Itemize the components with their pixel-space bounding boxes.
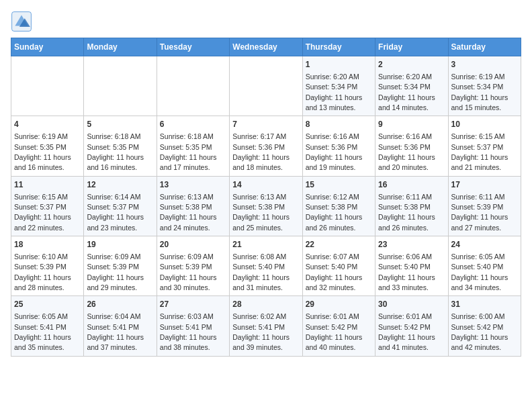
day-info: Sunrise: 6:10 AM Sunset: 5:39 PM Dayligh… xyxy=(14,253,71,291)
day-number: 31 xyxy=(451,299,518,310)
day-info: Sunrise: 6:05 AM Sunset: 5:41 PM Dayligh… xyxy=(14,312,71,351)
calendar-cell: 31Sunrise: 6:00 AM Sunset: 5:42 PM Dayli… xyxy=(448,296,521,356)
calendar-cell: 2Sunrise: 6:20 AM Sunset: 5:34 PM Daylig… xyxy=(375,56,448,116)
day-info: Sunrise: 6:06 AM Sunset: 5:40 PM Dayligh… xyxy=(378,253,435,291)
day-number: 12 xyxy=(87,179,153,191)
day-info: Sunrise: 6:04 AM Sunset: 5:41 PM Dayligh… xyxy=(87,312,144,351)
calendar-cell: 17Sunrise: 6:11 AM Sunset: 5:39 PM Dayli… xyxy=(448,176,521,236)
calendar-table: SundayMondayTuesdayWednesdayThursdayFrid… xyxy=(11,38,521,357)
day-number: 16 xyxy=(378,179,445,191)
weekday-header: Tuesday xyxy=(157,38,229,56)
day-info: Sunrise: 6:15 AM Sunset: 5:37 PM Dayligh… xyxy=(14,193,71,232)
day-info: Sunrise: 6:09 AM Sunset: 5:39 PM Dayligh… xyxy=(87,253,144,291)
calendar-cell: 7Sunrise: 6:17 AM Sunset: 5:36 PM Daylig… xyxy=(230,116,302,176)
day-number: 6 xyxy=(160,119,226,130)
day-info: Sunrise: 6:20 AM Sunset: 5:34 PM Dayligh… xyxy=(378,73,435,111)
calendar-cell: 10Sunrise: 6:15 AM Sunset: 5:37 PM Dayli… xyxy=(448,116,521,176)
calendar-cell xyxy=(157,56,229,116)
calendar-cell: 14Sunrise: 6:13 AM Sunset: 5:38 PM Dayli… xyxy=(230,176,302,236)
day-info: Sunrise: 6:01 AM Sunset: 5:42 PM Dayligh… xyxy=(306,312,363,351)
day-number: 20 xyxy=(160,239,226,250)
calendar-header: SundayMondayTuesdayWednesdayThursdayFrid… xyxy=(11,38,521,56)
day-info: Sunrise: 6:01 AM Sunset: 5:42 PM Dayligh… xyxy=(378,312,435,351)
day-number: 17 xyxy=(451,179,518,191)
calendar-cell: 19Sunrise: 6:09 AM Sunset: 5:39 PM Dayli… xyxy=(84,236,157,296)
calendar-cell: 6Sunrise: 6:18 AM Sunset: 5:35 PM Daylig… xyxy=(157,116,229,176)
calendar-cell: 9Sunrise: 6:16 AM Sunset: 5:36 PM Daylig… xyxy=(375,116,448,176)
day-info: Sunrise: 6:13 AM Sunset: 5:38 PM Dayligh… xyxy=(160,193,217,232)
day-info: Sunrise: 6:00 AM Sunset: 5:42 PM Dayligh… xyxy=(451,312,508,351)
calendar-week-row: 18Sunrise: 6:10 AM Sunset: 5:39 PM Dayli… xyxy=(11,236,521,296)
day-info: Sunrise: 6:05 AM Sunset: 5:40 PM Dayligh… xyxy=(451,253,508,291)
day-number: 28 xyxy=(232,299,299,310)
day-info: Sunrise: 6:02 AM Sunset: 5:41 PM Dayligh… xyxy=(232,312,290,351)
calendar-cell: 20Sunrise: 6:09 AM Sunset: 5:39 PM Dayli… xyxy=(157,236,229,296)
day-number: 21 xyxy=(232,239,299,250)
day-number: 3 xyxy=(451,59,518,71)
calendar-body: 1Sunrise: 6:20 AM Sunset: 5:34 PM Daylig… xyxy=(11,56,521,357)
day-info: Sunrise: 6:18 AM Sunset: 5:35 PM Dayligh… xyxy=(160,132,217,171)
logo xyxy=(11,11,35,32)
day-number: 23 xyxy=(378,239,445,250)
weekday-header: Thursday xyxy=(302,38,375,56)
day-number: 30 xyxy=(378,299,445,310)
day-info: Sunrise: 6:13 AM Sunset: 5:38 PM Dayligh… xyxy=(232,193,290,232)
calendar-week-row: 1Sunrise: 6:20 AM Sunset: 5:34 PM Daylig… xyxy=(11,56,521,116)
calendar-cell: 4Sunrise: 6:19 AM Sunset: 5:35 PM Daylig… xyxy=(11,116,84,176)
day-info: Sunrise: 6:15 AM Sunset: 5:37 PM Dayligh… xyxy=(451,132,508,171)
calendar-cell: 15Sunrise: 6:12 AM Sunset: 5:38 PM Dayli… xyxy=(302,176,375,236)
day-number: 18 xyxy=(14,239,81,250)
day-number: 2 xyxy=(378,59,445,71)
day-number: 10 xyxy=(451,119,518,130)
day-number: 29 xyxy=(306,299,372,310)
weekday-header: Sunday xyxy=(11,38,84,56)
calendar-week-row: 25Sunrise: 6:05 AM Sunset: 5:41 PM Dayli… xyxy=(11,296,521,356)
weekday-header: Saturday xyxy=(448,38,521,56)
day-info: Sunrise: 6:09 AM Sunset: 5:39 PM Dayligh… xyxy=(160,253,217,291)
calendar-cell: 28Sunrise: 6:02 AM Sunset: 5:41 PM Dayli… xyxy=(230,296,302,356)
calendar-cell: 29Sunrise: 6:01 AM Sunset: 5:42 PM Dayli… xyxy=(302,296,375,356)
calendar-cell: 5Sunrise: 6:18 AM Sunset: 5:35 PM Daylig… xyxy=(84,116,157,176)
day-number: 8 xyxy=(306,119,372,130)
day-number: 22 xyxy=(306,239,372,250)
calendar-week-row: 4Sunrise: 6:19 AM Sunset: 5:35 PM Daylig… xyxy=(11,116,521,176)
day-info: Sunrise: 6:20 AM Sunset: 5:34 PM Dayligh… xyxy=(306,73,363,111)
day-info: Sunrise: 6:11 AM Sunset: 5:38 PM Dayligh… xyxy=(378,193,435,232)
calendar-week-row: 11Sunrise: 6:15 AM Sunset: 5:37 PM Dayli… xyxy=(11,176,521,236)
day-number: 19 xyxy=(87,239,153,250)
calendar-cell: 11Sunrise: 6:15 AM Sunset: 5:37 PM Dayli… xyxy=(11,176,84,236)
calendar-cell xyxy=(11,56,84,116)
calendar-cell: 13Sunrise: 6:13 AM Sunset: 5:38 PM Dayli… xyxy=(157,176,229,236)
weekday-header: Monday xyxy=(84,38,157,56)
day-info: Sunrise: 6:11 AM Sunset: 5:39 PM Dayligh… xyxy=(451,193,508,232)
calendar-cell xyxy=(230,56,302,116)
calendar-cell: 21Sunrise: 6:08 AM Sunset: 5:40 PM Dayli… xyxy=(230,236,302,296)
calendar-cell: 8Sunrise: 6:16 AM Sunset: 5:36 PM Daylig… xyxy=(302,116,375,176)
weekday-header: Wednesday xyxy=(230,38,302,56)
day-info: Sunrise: 6:16 AM Sunset: 5:36 PM Dayligh… xyxy=(306,132,363,171)
day-info: Sunrise: 6:14 AM Sunset: 5:37 PM Dayligh… xyxy=(87,193,144,232)
calendar-cell: 3Sunrise: 6:19 AM Sunset: 5:34 PM Daylig… xyxy=(448,56,521,116)
day-number: 11 xyxy=(14,179,81,191)
day-info: Sunrise: 6:19 AM Sunset: 5:34 PM Dayligh… xyxy=(451,73,508,111)
day-info: Sunrise: 6:17 AM Sunset: 5:36 PM Dayligh… xyxy=(232,132,290,171)
day-number: 5 xyxy=(87,119,153,130)
day-info: Sunrise: 6:03 AM Sunset: 5:41 PM Dayligh… xyxy=(160,312,217,351)
calendar-cell: 24Sunrise: 6:05 AM Sunset: 5:40 PM Dayli… xyxy=(448,236,521,296)
day-info: Sunrise: 6:16 AM Sunset: 5:36 PM Dayligh… xyxy=(378,132,435,171)
header-row: SundayMondayTuesdayWednesdayThursdayFrid… xyxy=(11,38,521,56)
calendar-cell: 30Sunrise: 6:01 AM Sunset: 5:42 PM Dayli… xyxy=(375,296,448,356)
calendar-cell: 27Sunrise: 6:03 AM Sunset: 5:41 PM Dayli… xyxy=(157,296,229,356)
calendar-cell: 1Sunrise: 6:20 AM Sunset: 5:34 PM Daylig… xyxy=(302,56,375,116)
day-info: Sunrise: 6:18 AM Sunset: 5:35 PM Dayligh… xyxy=(87,132,144,171)
day-number: 27 xyxy=(160,299,226,310)
day-number: 26 xyxy=(87,299,153,310)
day-number: 24 xyxy=(451,239,518,250)
day-info: Sunrise: 6:07 AM Sunset: 5:40 PM Dayligh… xyxy=(306,253,363,291)
day-number: 25 xyxy=(14,299,81,310)
calendar-cell: 18Sunrise: 6:10 AM Sunset: 5:39 PM Dayli… xyxy=(11,236,84,296)
page-header xyxy=(11,11,521,32)
calendar-cell: 12Sunrise: 6:14 AM Sunset: 5:37 PM Dayli… xyxy=(84,176,157,236)
day-number: 7 xyxy=(232,119,299,130)
logo-icon xyxy=(11,11,32,32)
